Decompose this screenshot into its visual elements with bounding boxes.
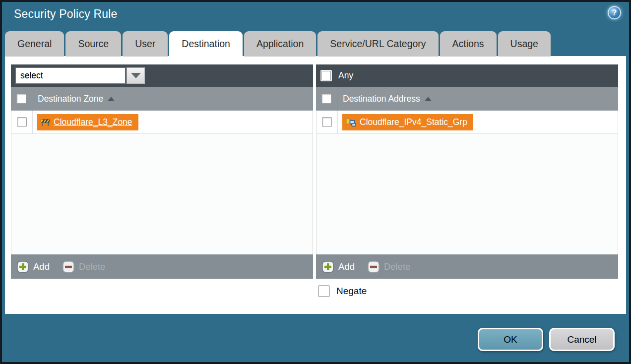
destination-zone-panel: select Destination Zone <box>11 64 313 279</box>
tab-usage[interactable]: Usage <box>498 31 551 57</box>
delete-zone-button[interactable]: Delete <box>63 261 105 273</box>
chevron-down-icon <box>131 73 141 78</box>
zone-select-bar: select <box>11 64 313 87</box>
address-toolbar: Add Delete <box>316 254 618 279</box>
destination-address-panel: Any Destination Address <box>316 64 618 279</box>
add-zone-button[interactable]: Add <box>17 261 50 273</box>
delete-label: Delete <box>79 261 105 272</box>
zone-icon <box>41 118 51 126</box>
add-address-button[interactable]: Add <box>322 261 355 273</box>
tab-bar: General Source User Destination Applicat… <box>5 31 551 60</box>
cancel-button[interactable]: Cancel <box>549 328 615 351</box>
zone-column-header[interactable]: Destination Zone <box>38 94 103 104</box>
zone-item[interactable]: Cloudflare_L3_Zone <box>37 114 138 130</box>
help-icon[interactable]: ? <box>608 6 621 19</box>
address-select-all-checkbox[interactable] <box>321 94 331 104</box>
tab-user[interactable]: User <box>123 31 168 57</box>
tab-general[interactable]: General <box>5 31 64 57</box>
zone-row-checkbox[interactable] <box>17 117 27 127</box>
delete-label: Delete <box>384 261 410 272</box>
address-list: Cloudflare_IPv4_Static_Grp <box>316 111 618 254</box>
delete-address-button[interactable]: Delete <box>368 261 410 273</box>
security-policy-rule-dialog: Security Policy Rule ? General Source Us… <box>0 0 631 364</box>
any-checkbox[interactable] <box>320 70 332 81</box>
any-bar: Any <box>316 64 618 87</box>
tab-content-destination: select Destination Zone <box>5 56 626 314</box>
add-label: Add <box>33 261 50 272</box>
negate-checkbox[interactable] <box>318 285 330 297</box>
delete-icon <box>368 261 379 273</box>
address-row-checkbox[interactable] <box>322 117 332 127</box>
zone-toolbar: Add Delete <box>11 254 313 279</box>
address-group-icon <box>346 117 357 127</box>
table-row: Cloudflare_IPv4_Static_Grp <box>316 111 618 134</box>
tab-destination[interactable]: Destination <box>169 31 243 60</box>
negate-option: Negate <box>318 285 367 297</box>
zone-item-label: Cloudflare_L3_Zone <box>54 117 132 127</box>
zone-list: Cloudflare_L3_Zone <box>11 111 313 254</box>
zone-select-all-checkbox[interactable] <box>16 94 26 104</box>
sort-ascending-icon[interactable] <box>108 97 115 101</box>
zone-type-select[interactable]: select <box>15 67 126 84</box>
sort-ascending-icon[interactable] <box>425 97 432 101</box>
zone-table-header: Destination Zone <box>11 87 313 111</box>
address-table-header: Destination Address <box>316 87 618 111</box>
ok-button[interactable]: OK <box>478 328 543 351</box>
dialog-title: Security Policy Rule <box>14 7 118 21</box>
address-group-item-label: Cloudflare_IPv4_Static_Grp <box>360 117 467 127</box>
add-label: Add <box>338 261 355 272</box>
delete-icon <box>63 261 74 273</box>
zone-type-select-button[interactable] <box>126 67 145 84</box>
negate-label: Negate <box>336 286 367 297</box>
tab-service-url-category[interactable]: Service/URL Category <box>317 31 438 57</box>
address-group-item[interactable]: Cloudflare_IPv4_Static_Grp <box>342 114 473 130</box>
add-icon <box>322 261 334 273</box>
address-column-header[interactable]: Destination Address <box>343 94 420 104</box>
tab-actions[interactable]: Actions <box>440 31 497 57</box>
add-icon <box>17 261 29 273</box>
tab-application[interactable]: Application <box>244 31 316 57</box>
table-row: Cloudflare_L3_Zone <box>11 111 313 134</box>
tab-source[interactable]: Source <box>65 31 121 57</box>
any-label: Any <box>338 70 353 81</box>
